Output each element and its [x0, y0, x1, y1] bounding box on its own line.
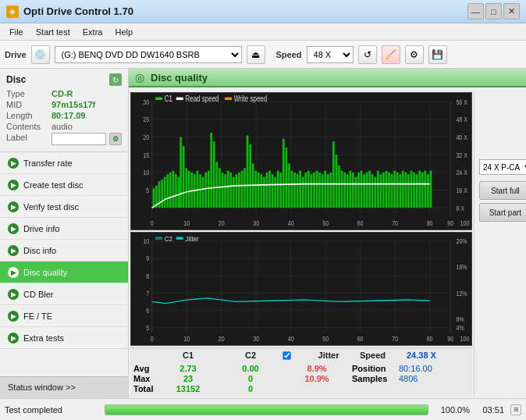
svg-rect-105	[327, 174, 329, 208]
sidebar: Disc ↻ Type CD-R MID 97m15s17f Length 80…	[0, 69, 129, 398]
jitter-checkbox[interactable]	[283, 351, 290, 359]
nav-disc-info[interactable]: ▶ Disc info	[0, 240, 128, 262]
svg-text:12%: 12%	[456, 290, 467, 297]
menu-file[interactable]: File	[3, 26, 30, 38]
menu-extra[interactable]: Extra	[76, 26, 109, 38]
svg-rect-133	[405, 173, 407, 208]
close-button[interactable]: ✕	[503, 3, 520, 20]
svg-rect-92	[291, 171, 293, 208]
svg-rect-77	[249, 144, 251, 208]
minimize-button[interactable]: —	[467, 3, 484, 20]
svg-rect-109	[338, 166, 340, 208]
menu-help[interactable]: Help	[108, 26, 139, 38]
svg-rect-190	[176, 237, 183, 240]
col-c1-header: C1	[157, 351, 219, 362]
svg-rect-137	[416, 174, 418, 208]
samples-value: 4806	[399, 374, 461, 383]
svg-text:20%: 20%	[456, 238, 467, 246]
svg-rect-119	[366, 173, 368, 208]
svg-rect-149	[131, 233, 471, 345]
svg-text:70: 70	[392, 336, 398, 343]
svg-text:40: 40	[288, 336, 294, 343]
total-c1: 13152	[157, 384, 219, 393]
svg-rect-110	[341, 171, 343, 208]
nav-transfer-rate-icon: ▶	[8, 158, 19, 169]
stats-avg-row: Avg 2.73 0.00 8.9% Position 80:16.00	[133, 364, 469, 373]
start-part-label: Start part	[489, 208, 521, 217]
nav-transfer-rate[interactable]: ▶ Transfer rate	[0, 152, 128, 174]
avg-label: Avg	[133, 364, 157, 373]
disc-mid-label: MID	[6, 100, 52, 109]
svg-rect-143	[155, 98, 162, 100]
statusbar-icon-btn[interactable]: ⊞	[510, 404, 521, 415]
svg-text:30: 30	[253, 336, 259, 343]
progress-percent: 100.0%	[435, 405, 470, 415]
svg-rect-48	[169, 173, 172, 208]
refresh-button[interactable]: ↺	[358, 45, 377, 64]
start-full-label: Start full	[491, 187, 520, 195]
disc-label-value: ⚙	[52, 133, 122, 145]
menu-start-test[interactable]: Start test	[30, 26, 76, 38]
nav-drive-info[interactable]: ▶ Drive info	[0, 218, 128, 240]
drive-icon-btn[interactable]: 💿	[31, 45, 50, 64]
stats-area: C1 C2 Jitter Speed 24.38 X Avg 2.73 0.00	[130, 347, 472, 397]
stats-total-row: Total 13152 0	[133, 384, 469, 393]
speed-label: Speed	[276, 50, 302, 59]
svg-rect-58	[197, 171, 199, 208]
nav-cd-bler-icon: ▶	[8, 289, 19, 300]
svg-rect-96	[302, 177, 304, 208]
disc-length-value: 80:17.09	[52, 111, 85, 120]
disc-length-label: Length	[6, 111, 52, 120]
svg-text:C1: C1	[165, 94, 172, 103]
jitter-checkbox-cell[interactable]	[282, 351, 305, 362]
nav-fe-te[interactable]: ▶ FE / TE	[0, 305, 128, 327]
disc-refresh-btn[interactable]: ↻	[109, 73, 122, 86]
nav-verify-test-disc[interactable]: ▶ Verify test disc	[0, 196, 128, 218]
svg-text:5: 5	[146, 187, 149, 194]
svg-rect-111	[343, 173, 346, 208]
disc-contents-label: Contents	[6, 122, 52, 131]
svg-text:32 X: 32 X	[456, 151, 467, 159]
settings-button[interactable]: ⚙	[405, 45, 424, 64]
chart-header-title: Disc quality	[151, 72, 208, 84]
col-jitter-header: Jitter	[305, 351, 352, 362]
drive-select[interactable]: (G:) BENQ DVD DD DW1640 BSRB	[55, 46, 242, 63]
status-window-btn[interactable]: Status window >>	[0, 376, 128, 398]
drive-label: Drive	[5, 50, 27, 59]
avg-c1: 2.73	[157, 364, 219, 373]
nav-disc-quality[interactable]: ▶ Disc quality	[0, 262, 128, 283]
start-part-button[interactable]: Start part	[479, 203, 526, 222]
speed-value: 24.38 X	[407, 351, 469, 362]
svg-rect-97	[304, 173, 307, 208]
svg-rect-138	[418, 171, 421, 208]
nav-transfer-rate-label: Transfer rate	[23, 158, 73, 168]
statusbar: Test completed 100.0% 03:51 ⊞	[0, 398, 526, 420]
nav-verify-test-disc-icon: ▶	[8, 201, 19, 212]
svg-rect-90	[286, 148, 288, 208]
start-full-button[interactable]: Start full	[479, 181, 526, 200]
disc-label-gear-btn[interactable]: ⚙	[109, 133, 122, 145]
save-button[interactable]: 💾	[428, 45, 447, 64]
disc-mid-row: MID 97m15s17f	[6, 100, 122, 109]
speed-mode-select[interactable]: 24 X P-CA	[479, 159, 526, 175]
main-content: Disc ↻ Type CD-R MID 97m15s17f Length 80…	[0, 69, 526, 398]
total-label: Total	[133, 384, 157, 393]
svg-rect-63	[210, 133, 212, 208]
svg-text:5: 5	[146, 325, 149, 333]
svg-text:25: 25	[143, 116, 149, 124]
nav-cd-bler[interactable]: ▶ CD Bler	[0, 283, 128, 305]
maximize-button[interactable]: □	[485, 3, 502, 20]
eject-button[interactable]: ⏏	[247, 45, 265, 64]
svg-rect-102	[318, 173, 321, 208]
menubar: File Start test Extra Help	[0, 23, 526, 41]
clear-button[interactable]: 🧹	[382, 45, 400, 64]
nav-extra-tests[interactable]: ▶ Extra tests	[0, 327, 128, 349]
disc-contents-value: audio	[52, 122, 73, 131]
svg-rect-53	[183, 146, 185, 208]
svg-text:100 min: 100 min	[460, 219, 471, 227]
disc-label-input[interactable]	[52, 133, 106, 145]
speed-select[interactable]: 48 X	[307, 46, 354, 63]
svg-rect-118	[363, 174, 365, 208]
nav-create-test-disc[interactable]: ▶ Create test disc	[0, 174, 128, 196]
svg-rect-89	[283, 139, 285, 208]
